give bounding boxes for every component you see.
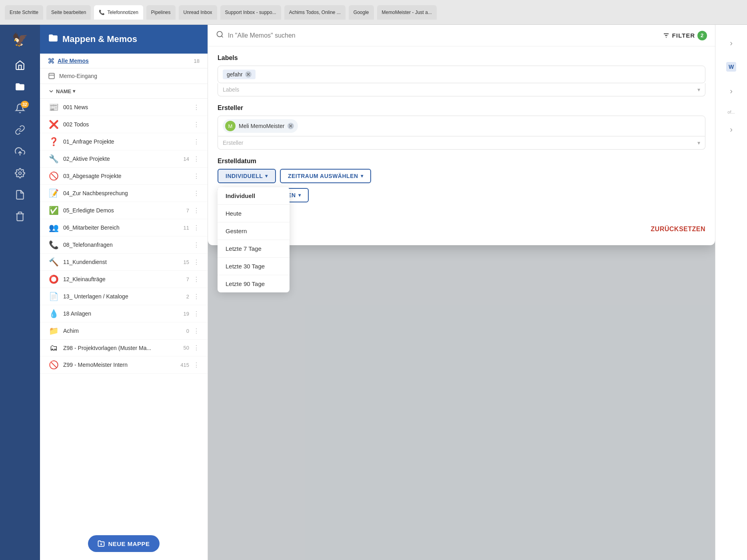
folder-item-menu[interactable]: ⋮ (193, 258, 200, 266)
tab-label: Telefonnotizen (107, 10, 138, 15)
sidebar-icon-folder[interactable] (9, 77, 31, 97)
sort-header[interactable]: NAME ▾ (40, 84, 208, 99)
dropdown-item-gestern[interactable]: Gestern (218, 222, 290, 240)
folder-item[interactable]: ❌ 002 Todos ⋮ (40, 116, 208, 133)
folder-item-name: 002 Todos (63, 121, 185, 128)
sidebar-icon-document[interactable] (9, 185, 31, 205)
tab-memomaster[interactable]: MemoMeister - Just a... (377, 5, 437, 20)
folder-item-menu[interactable]: ⋮ (193, 155, 200, 163)
right-sidebar-chevron-right3[interactable]: › (721, 119, 741, 139)
folder-item-menu[interactable]: ⋮ (193, 344, 200, 352)
filter-count-badge: 2 (697, 31, 707, 40)
folder-item-menu[interactable]: ⋮ (193, 207, 200, 214)
folder-item[interactable]: ✅ 05_Erledigte Demos 7 ⋮ (40, 202, 208, 219)
folder-item[interactable]: 📝 04_Zur Nachbesprechung ⋮ (40, 185, 208, 202)
sidebar-icon-trash[interactable] (9, 206, 31, 226)
dropdown-item-letzte7[interactable]: Letzte 7 Tage (218, 240, 290, 258)
sidebar-icon-home[interactable] (9, 55, 31, 75)
creator-dropdown[interactable]: Ersteller ▾ (218, 136, 705, 150)
svg-rect-2 (49, 73, 54, 79)
sort-label: NAME (56, 88, 71, 94)
folder-item-menu[interactable]: ⋮ (193, 172, 200, 180)
folder-item-name: 13_ Unterlagen / Kataloge (63, 293, 182, 300)
filter-button[interactable]: FILTER 2 (663, 31, 707, 40)
folder-item-menu[interactable]: ⋮ (193, 293, 200, 300)
tab-google[interactable]: Google (349, 5, 374, 20)
folder-item[interactable]: 📁 Achim 0 ⋮ (40, 322, 208, 340)
folder-item-icon: 👥 (48, 223, 59, 232)
bell-badge: 32 (21, 101, 29, 108)
folder-item-menu[interactable]: ⋮ (193, 104, 200, 111)
folder-item[interactable]: ⭕ 12_Kleinaufträge 7 ⋮ (40, 271, 208, 288)
new-folder-label: NEUE MAPPE (108, 540, 150, 547)
tab-seite-bearbeiten[interactable]: Seite bearbeiten (46, 5, 91, 20)
folder-item[interactable]: 🚫 Z99 - MemoMeister Intern 415 ⋮ (40, 356, 208, 374)
creator-tag-remove[interactable]: ✕ (288, 123, 294, 129)
labels-field[interactable]: gefahr ✕ (218, 66, 705, 83)
individuell-button[interactable]: INDIVIDUELL ▾ (218, 169, 276, 183)
folder-item[interactable]: 🗂 Z98 - Projektvorlagen (Muster Ma... 50… (40, 340, 208, 356)
tab-achims-todos[interactable]: Achims Todos, Online ... (284, 5, 346, 20)
all-memos-link[interactable]: Alle Memos (58, 58, 89, 64)
right-sidebar-word-btn[interactable]: W (721, 57, 741, 77)
folder-item[interactable]: 🚫 03_Abgesagte Projekte ⋮ (40, 168, 208, 185)
dropdown-item-heute[interactable]: Heute (218, 205, 290, 222)
folder-item-menu[interactable]: ⋮ (193, 121, 200, 128)
reset-button[interactable]: ZURÜCKSETZEN (651, 226, 705, 233)
right-sidebar-chevron-right[interactable]: › (721, 33, 741, 53)
folder-item-count: 11 (184, 225, 189, 231)
new-folder-icon (98, 540, 105, 547)
folder-item-count: 0 (186, 328, 189, 334)
folder-item-menu[interactable]: ⋮ (193, 310, 200, 318)
tab-label: Pipelines (151, 10, 171, 15)
labels-dropdown[interactable]: Labels ▾ (218, 83, 705, 96)
sidebar-icon-upload[interactable] (9, 142, 31, 162)
creator-field[interactable]: M Meli MemoMeister ✕ (218, 116, 705, 136)
all-memos-row[interactable]: Alle Memos 18 (40, 54, 208, 68)
dropdown-item-letzte30[interactable]: Letzte 30 Tage (218, 258, 290, 275)
folder-item[interactable]: ❓ 01_Anfrage Projekte ⋮ (40, 133, 208, 150)
folder-item[interactable]: 👥 06_Mitarbeiter Bereich 11 ⋮ (40, 219, 208, 236)
individuell-label: INDIVIDUELL (226, 173, 263, 179)
folder-item-menu[interactable]: ⋮ (193, 241, 200, 249)
folder-item[interactable]: 📞 08_Telefonanfragen ⋮ (40, 236, 208, 254)
tab-unread-inbox[interactable]: Unread Inbox (179, 5, 217, 20)
sidebar-icon-link[interactable] (9, 120, 31, 140)
folder-item[interactable]: 💧 18 Anlagen 19 ⋮ (40, 305, 208, 322)
creator-placeholder: Ersteller (223, 140, 243, 146)
creator-chevron-icon: ▾ (697, 140, 700, 146)
right-sidebar-chevron-right2[interactable]: › (721, 81, 741, 101)
folder-item[interactable]: 📄 13_ Unterlagen / Kataloge 2 ⋮ (40, 288, 208, 305)
folder-item-menu[interactable]: ⋮ (193, 224, 200, 232)
tab-erste-schritte[interactable]: Erste Schritte (5, 5, 43, 20)
folder-item-menu[interactable]: ⋮ (193, 361, 200, 369)
label-tag-remove[interactable]: ✕ (245, 71, 252, 78)
folder-item-menu[interactable]: ⋮ (193, 327, 200, 335)
folder-item-name: 03_Abgesagte Projekte (63, 173, 185, 179)
tab-pipelines[interactable]: Pipelines (146, 5, 176, 20)
zeitraum-button[interactable]: ZEITRAUM AUSWÄHLEN ▾ (280, 169, 371, 183)
folder-item-name: 06_Mitarbeiter Bereich (63, 224, 180, 231)
folder-item[interactable]: 📰 001 News ⋮ (40, 99, 208, 116)
sidebar-icon-bell[interactable]: 32 (9, 98, 31, 118)
new-folder-button[interactable]: NEUE MAPPE (88, 535, 159, 552)
folder-item-menu[interactable]: ⋮ (193, 190, 200, 197)
tab-telefonnotizen[interactable]: 📞 Telefonnotizen (94, 5, 143, 20)
folder-header-icon (48, 33, 58, 46)
svg-line-6 (222, 36, 223, 38)
folder-item-menu[interactable]: ⋮ (193, 138, 200, 146)
memo-eingang-icon (48, 72, 55, 80)
search-input[interactable] (228, 32, 659, 39)
folder-item-menu[interactable]: ⋮ (193, 276, 200, 283)
dropdown-item-letzte90[interactable]: Letzte 90 Tage (218, 275, 290, 292)
folder-item[interactable]: 🔨 11_Kundendienst 15 ⋮ (40, 254, 208, 271)
folder-item[interactable]: 🔧 02_Aktive Projekte 14 ⋮ (40, 150, 208, 168)
creator-name: Meli MemoMeister (239, 123, 284, 129)
folder-item-icon: 🗂 (48, 343, 59, 352)
folder-item-icon: 🔨 (48, 257, 59, 267)
tab-support-inbox[interactable]: Support Inbox - suppo... (220, 5, 281, 20)
memo-eingang-row[interactable]: Memo-Eingang (40, 68, 208, 84)
sidebar-icon-settings[interactable] (9, 163, 31, 183)
dropdown-item-individuell[interactable]: Individuell (218, 187, 290, 205)
creator-avatar: M (225, 121, 236, 131)
